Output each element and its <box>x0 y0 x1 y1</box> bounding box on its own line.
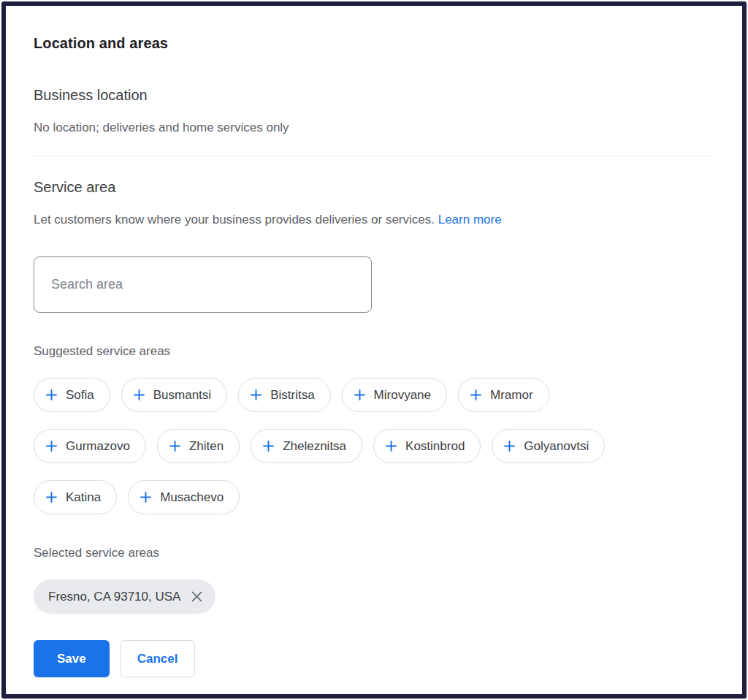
chip-label: Gurmazovo <box>66 439 130 454</box>
plus-icon <box>140 492 151 503</box>
chip-label: Kostinbrod <box>405 439 465 454</box>
service-area-heading: Service area <box>34 178 714 196</box>
business-location-value: No location; deliveries and home service… <box>34 120 714 136</box>
panel-content: Location and areas Business location No … <box>6 6 742 695</box>
plus-icon <box>46 441 57 452</box>
plus-icon <box>504 441 515 452</box>
suggested-areas-chip-list: SofiaBusmantsiBistritsaMirovyaneMramorGu… <box>34 378 714 514</box>
service-area-description-text: Let customers know where your business p… <box>34 213 435 227</box>
plus-icon <box>354 389 365 400</box>
chip-label: Mirovyane <box>374 388 431 403</box>
suggested-chip-row: KatinaMusachevo <box>34 480 714 514</box>
suggested-area-chip[interactable]: Golyanovtsi <box>492 429 605 463</box>
suggested-area-chip[interactable]: Gurmazovo <box>34 429 146 463</box>
chip-label: Musachevo <box>160 490 224 505</box>
chip-label: Zhiten <box>189 439 224 454</box>
plus-icon <box>134 389 145 400</box>
chip-label: Zheleznitsa <box>283 439 346 454</box>
plus-icon <box>46 492 57 503</box>
location-and-areas-panel: Location and areas Business location No … <box>1 1 747 699</box>
plus-icon <box>470 389 481 400</box>
chip-label: Katina <box>66 490 101 505</box>
suggested-area-chip[interactable]: Zheleznitsa <box>251 429 362 463</box>
search-area-input[interactable] <box>34 256 372 313</box>
page-title: Location and areas <box>34 35 714 51</box>
suggested-area-chip[interactable]: Mirovyane <box>342 378 447 412</box>
suggested-area-chip[interactable]: Mramor <box>458 378 549 412</box>
suggested-areas-label: Suggested service areas <box>34 343 714 359</box>
plus-icon <box>263 441 274 452</box>
x-icon[interactable] <box>190 590 204 604</box>
action-buttons: Save Cancel <box>34 640 714 677</box>
plus-icon <box>169 441 180 452</box>
suggested-area-chip[interactable]: Busmantsi <box>121 378 227 412</box>
cancel-button[interactable]: Cancel <box>120 640 196 677</box>
chip-label: Busmantsi <box>153 388 211 403</box>
suggested-area-chip[interactable]: Zhiten <box>157 429 240 463</box>
section-divider <box>34 156 714 156</box>
suggested-area-chip[interactable]: Kostinbrod <box>373 429 481 463</box>
plus-icon <box>251 389 262 400</box>
suggested-area-chip[interactable]: Bistritsa <box>238 378 330 412</box>
suggested-chip-row: GurmazovoZhitenZheleznitsaKostinbrodGoly… <box>34 429 714 463</box>
selected-areas-label: Selected service areas <box>34 545 714 561</box>
chip-label: Bistritsa <box>270 388 314 403</box>
learn-more-link[interactable]: Learn more <box>438 213 502 227</box>
suggested-area-chip[interactable]: Katina <box>34 480 117 514</box>
selected-areas-chip-list: Fresno, CA 93710, USA <box>34 579 714 614</box>
plus-icon <box>46 389 57 400</box>
business-location-heading: Business location <box>34 86 714 104</box>
selected-area-chip: Fresno, CA 93710, USA <box>34 579 215 614</box>
chip-label: Golyanovtsi <box>524 439 589 454</box>
suggested-area-chip[interactable]: Musachevo <box>128 480 240 514</box>
plus-icon <box>386 441 397 452</box>
service-area-description: Let customers know where your business p… <box>34 212 714 228</box>
chip-label: Mramor <box>490 388 533 403</box>
suggested-area-chip[interactable]: Sofia <box>34 378 110 412</box>
chip-label: Fresno, CA 93710, USA <box>48 590 180 604</box>
chip-label: Sofia <box>66 388 94 403</box>
suggested-chip-row: SofiaBusmantsiBistritsaMirovyaneMramor <box>34 378 714 412</box>
save-button[interactable]: Save <box>34 640 110 677</box>
